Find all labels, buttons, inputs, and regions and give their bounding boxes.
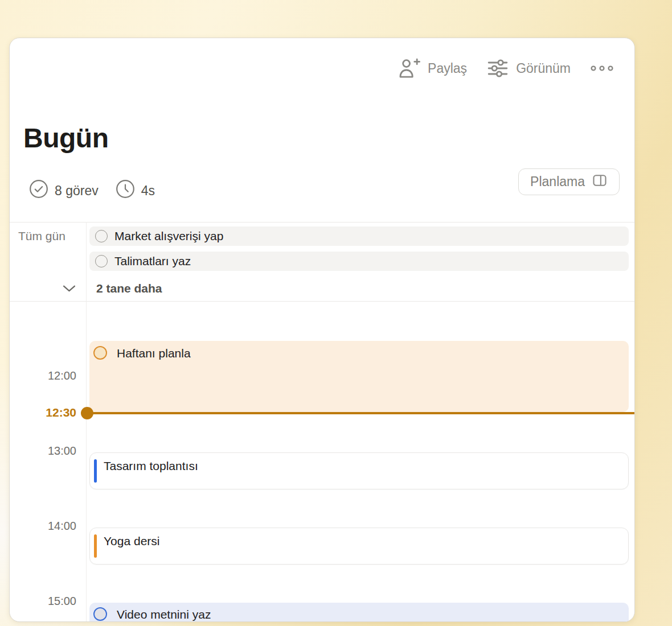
hour-label: 13:00 — [14, 444, 76, 458]
collapse-allday-button[interactable] — [62, 284, 76, 295]
event-title: Yoga dersi — [104, 534, 159, 548]
hour-label: 14:00 — [14, 520, 76, 533]
allday-task-row[interactable]: Talimatları yaz — [89, 252, 629, 271]
ellipsis-icon — [590, 61, 614, 75]
hour-label: 12:00 — [14, 369, 76, 382]
calendar-event-yoga-dersi[interactable]: Yoga dersi — [89, 528, 629, 565]
share-button[interactable]: Paylaş — [397, 56, 467, 80]
event-color-bar — [94, 534, 97, 558]
task-title: Video metnini yaz — [117, 607, 211, 621]
task-title: Talimatları yaz — [114, 254, 191, 268]
view-options-button-label: Görünüm — [516, 61, 571, 76]
current-time-dot — [81, 407, 93, 419]
duration-label: 4s — [141, 183, 155, 199]
hour-label: 15:00 — [14, 595, 76, 608]
task-title: Market alışverişi yap — [114, 229, 223, 243]
task-checkbox[interactable] — [93, 346, 107, 360]
calendar-event-tasarim-toplantisi[interactable]: Tasarım toplantısı — [89, 452, 629, 489]
duration-stat: 4s — [116, 179, 155, 202]
more-options-button[interactable] — [590, 61, 614, 75]
time-gutter-line — [86, 222, 87, 621]
share-button-label: Paylaş — [428, 61, 467, 76]
task-checkbox[interactable] — [95, 230, 108, 242]
sliders-icon — [486, 57, 509, 80]
person-plus-icon — [397, 56, 421, 80]
allday-label: Tüm gün — [18, 229, 65, 243]
view-options-button[interactable]: Görünüm — [486, 57, 571, 80]
allday-task-row[interactable]: Market alışverişi yap — [89, 226, 629, 246]
task-checkbox[interactable] — [95, 255, 108, 267]
planning-button-label: Planlama — [530, 174, 585, 190]
task-title: Haftanı planla — [117, 346, 191, 360]
clock-icon — [116, 179, 135, 202]
event-title: Tasarım toplantısı — [104, 459, 198, 473]
scheduled-task-video-metnini-yaz[interactable]: Video metnini yaz — [89, 603, 629, 622]
today-view-panel: Paylaş Görünüm — [9, 38, 635, 622]
header-actions: Paylaş Görünüm — [397, 56, 614, 80]
task-checkbox[interactable] — [93, 607, 107, 621]
event-color-bar — [94, 459, 97, 483]
page-title: Bugün — [23, 122, 108, 154]
check-circle-icon — [29, 179, 48, 202]
chevron-down-icon — [62, 286, 76, 295]
allday-top-divider — [10, 222, 634, 223]
planning-button[interactable]: Planlama — [518, 168, 620, 195]
app-background: Paylaş Görünüm — [0, 0, 672, 626]
current-time-label: 12:30 — [14, 406, 76, 419]
task-count-label: 8 görev — [55, 183, 99, 199]
allday-bottom-divider — [10, 301, 634, 302]
show-more-tasks-button[interactable]: 2 tane daha — [96, 282, 162, 295]
scheduled-task-haftani-planla[interactable]: Haftanı planla — [89, 341, 629, 412]
stats-row: 8 görev 4s — [29, 179, 155, 202]
split-panel-icon — [592, 172, 608, 192]
current-time-line — [87, 412, 635, 414]
task-count-stat: 8 görev — [29, 179, 99, 202]
